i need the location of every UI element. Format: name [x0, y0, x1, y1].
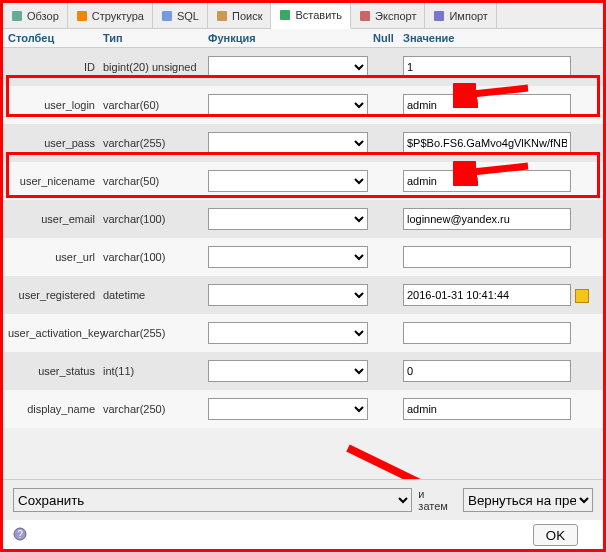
value-input-user_nicename[interactable]	[403, 170, 571, 192]
svg-rect-5	[360, 11, 370, 21]
header-column: Столбец	[8, 32, 103, 44]
function-select[interactable]	[208, 56, 368, 78]
rows-container: IDbigint(20) unsigneduser_loginvarchar(6…	[3, 48, 603, 428]
tab-Поиск[interactable]: Поиск	[208, 3, 271, 28]
col-type: bigint(20) unsigned	[103, 61, 208, 73]
calendar-icon[interactable]	[575, 289, 589, 303]
svg-rect-6	[434, 11, 444, 21]
value-input-user_login[interactable]	[403, 94, 571, 116]
header-null: Null	[373, 32, 403, 44]
function-select[interactable]	[208, 322, 368, 344]
col-name: user_status	[8, 365, 103, 377]
function-select[interactable]	[208, 398, 368, 420]
value-input-display_name[interactable]	[403, 398, 571, 420]
header-function: Функция	[208, 32, 373, 44]
row-display_name: display_namevarchar(250)	[3, 390, 603, 428]
tab-Вставить[interactable]: Вставить	[271, 3, 351, 29]
tab-Экспорт[interactable]: Экспорт	[351, 3, 425, 28]
col-type: varchar(255)	[103, 137, 208, 149]
col-name: user_pass	[8, 137, 103, 149]
col-type: varchar(100)	[103, 213, 208, 225]
tab-bar: ОбзорСтруктураSQLПоискВставитьЭкспортИмп…	[3, 3, 603, 29]
col-type: varchar(250)	[103, 403, 208, 415]
col-type: varchar(255)	[103, 327, 208, 339]
col-name: display_name	[8, 403, 103, 415]
value-input-ID[interactable]	[403, 56, 571, 78]
value-input-user_pass[interactable]	[403, 132, 571, 154]
row-user_registered: user_registereddatetime	[3, 276, 603, 314]
function-select[interactable]	[208, 208, 368, 230]
function-select[interactable]	[208, 132, 368, 154]
header-type: Тип	[103, 32, 208, 44]
row-user_url: user_urlvarchar(100)	[3, 238, 603, 276]
function-select[interactable]	[208, 94, 368, 116]
svg-rect-1	[77, 11, 87, 21]
function-select[interactable]	[208, 284, 368, 306]
then-label: и затем	[418, 488, 457, 512]
function-select[interactable]	[208, 246, 368, 268]
col-name: user_login	[8, 99, 103, 111]
row-ID: IDbigint(20) unsigned	[3, 48, 603, 86]
col-type: varchar(50)	[103, 175, 208, 187]
row-user_nicename: user_nicenamevarchar(50)	[3, 162, 603, 200]
tab-Обзор[interactable]: Обзор	[3, 3, 68, 28]
value-input-user_registered[interactable]	[403, 284, 571, 306]
header-value: Значение	[403, 32, 603, 44]
col-type: varchar(100)	[103, 251, 208, 263]
col-name: user_url	[8, 251, 103, 263]
row-user_status: user_statusint(11)	[3, 352, 603, 390]
back-select[interactable]: Вернуться на предыдущу	[463, 488, 593, 512]
col-name: user_registered	[8, 289, 103, 301]
row-user_activation_key: user_activation_keyvarchar(255)	[3, 314, 603, 352]
col-type: varchar(60)	[103, 99, 208, 111]
col-name: user_activation_key	[8, 327, 103, 339]
svg-rect-3	[217, 11, 227, 21]
save-select[interactable]: Сохранить	[13, 488, 412, 512]
row-user_pass: user_passvarchar(255)	[3, 124, 603, 162]
svg-rect-2	[162, 11, 172, 21]
footer: Сохранить и затем Вернуться на предыдущу…	[3, 479, 603, 549]
col-name: ID	[8, 61, 103, 73]
ok-button[interactable]: OK	[533, 524, 578, 546]
tab-SQL[interactable]: SQL	[153, 3, 208, 28]
header-row: Столбец Тип Функция Null Значение	[3, 29, 603, 48]
svg-text:?: ?	[17, 529, 23, 540]
value-input-user_url[interactable]	[403, 246, 571, 268]
tab-Структура[interactable]: Структура	[68, 3, 153, 28]
value-input-user_status[interactable]	[403, 360, 571, 382]
col-name: user_nicename	[8, 175, 103, 187]
svg-rect-0	[12, 11, 22, 21]
value-input-user_activation_key[interactable]	[403, 322, 571, 344]
svg-rect-4	[280, 10, 290, 20]
function-select[interactable]	[208, 170, 368, 192]
tab-Импорт[interactable]: Импорт	[425, 3, 496, 28]
col-type: datetime	[103, 289, 208, 301]
value-input-user_email[interactable]	[403, 208, 571, 230]
help-icon[interactable]: ?	[13, 527, 533, 543]
row-user_email: user_emailvarchar(100)	[3, 200, 603, 238]
function-select[interactable]	[208, 360, 368, 382]
row-user_login: user_loginvarchar(60)	[3, 86, 603, 124]
col-type: int(11)	[103, 365, 208, 377]
col-name: user_email	[8, 213, 103, 225]
